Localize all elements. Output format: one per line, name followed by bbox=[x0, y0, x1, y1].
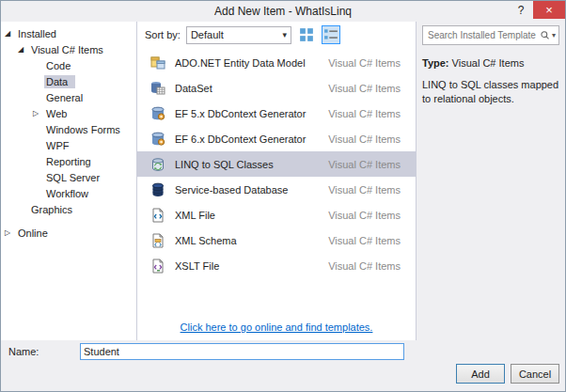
search-dropdown-arrow-icon[interactable]: ▾ bbox=[552, 31, 556, 39]
template-item-linq-to-sql-classes[interactable]: LINQ to SQL Classes Visual C# Items bbox=[137, 151, 416, 177]
expander-icon[interactable]: ◢ bbox=[18, 45, 29, 54]
medium-icons-icon bbox=[299, 27, 314, 42]
tree-item-label: Online bbox=[16, 227, 55, 240]
type-label: Type: bbox=[422, 57, 449, 69]
chevron-down-icon: ▾ bbox=[282, 30, 287, 39]
template-name: XML Schema bbox=[175, 235, 319, 246]
tree-item-installed[interactable]: ◢ Installed bbox=[1, 25, 136, 41]
tree-item-label: Windows Forms bbox=[44, 123, 128, 136]
template-type: Visual C# Items bbox=[328, 184, 406, 196]
template-name: EF 5.x DbContext Generator bbox=[175, 108, 319, 119]
expander-icon[interactable]: ▷ bbox=[33, 109, 44, 118]
tree-item-visual-csharp-items[interactable]: ◢ Visual C# Items bbox=[1, 41, 136, 57]
template-list: ADO.NET Entity Data Model Visual C# Item… bbox=[137, 48, 416, 318]
name-label: Name: bbox=[8, 346, 80, 357]
template-item-service-based-database[interactable]: Service-based Database Visual C# Items bbox=[137, 177, 416, 202]
sort-by-label: Sort by: bbox=[145, 29, 181, 40]
tree-item-label: Workflow bbox=[44, 187, 96, 200]
tree-item-code[interactable]: Code bbox=[1, 57, 136, 73]
type-value: Visual C# Items bbox=[452, 57, 525, 69]
tree-item-label: Installed bbox=[16, 27, 64, 40]
tree-item-workflow[interactable]: Workflow bbox=[1, 185, 136, 201]
name-row: Name: bbox=[1, 340, 565, 363]
template-name: Service-based Database bbox=[175, 184, 319, 196]
tree-item-graphics[interactable]: Graphics bbox=[1, 201, 136, 217]
sort-dropdown-value: Default bbox=[191, 29, 224, 40]
template-name: ADO.NET Entity Data Model bbox=[175, 57, 319, 69]
tree-item-data[interactable]: Data bbox=[1, 73, 136, 89]
tree-item-label: WPF bbox=[44, 139, 76, 152]
template-name: XSLT File bbox=[175, 260, 319, 272]
dialog-buttons: Add Cancel bbox=[1, 363, 565, 391]
help-button[interactable]: ? bbox=[509, 1, 533, 19]
xml-file-icon bbox=[150, 208, 165, 223]
online-templates-link[interactable]: Click here to go online and find templat… bbox=[181, 321, 373, 333]
sort-toolbar: Sort by: Default ▾ bbox=[137, 22, 416, 48]
tree-item-label: Visual C# Items bbox=[29, 43, 111, 56]
search-box[interactable]: ▾ bbox=[422, 25, 559, 45]
template-type: Visual C# Items bbox=[328, 235, 406, 246]
sort-dropdown[interactable]: Default ▾ bbox=[186, 26, 291, 44]
tree-item-label: Data bbox=[44, 75, 75, 88]
expander-icon[interactable]: ▷ bbox=[5, 228, 16, 237]
xslt-file-icon bbox=[150, 259, 165, 274]
search-input[interactable] bbox=[426, 29, 538, 41]
template-description: LINQ to SQL classes mapped to relational… bbox=[422, 78, 559, 106]
tree-item-windows-forms[interactable]: Windows Forms bbox=[1, 121, 136, 137]
online-link-row: Click here to go online and find templat… bbox=[137, 318, 416, 340]
tree-item-label: Code bbox=[44, 59, 78, 72]
search-icon[interactable] bbox=[540, 29, 550, 41]
close-button[interactable]: × bbox=[533, 1, 565, 19]
entity-data-model-icon bbox=[150, 55, 165, 71]
template-type: Visual C# Items bbox=[328, 260, 406, 272]
name-input[interactable] bbox=[80, 343, 404, 360]
template-type-line: Type: Visual C# Items bbox=[422, 56, 559, 71]
template-item-ef6-dbcontext-generator[interactable]: EF 6.x DbContext Generator Visual C# Ite… bbox=[137, 126, 416, 151]
tree-item-label: SQL Server bbox=[44, 171, 107, 184]
dialog-body: ◢ Installed ◢ Visual C# Items Code Data … bbox=[1, 22, 565, 340]
window-title: Add New Item - WhatIsLinq bbox=[1, 5, 565, 18]
template-type: Visual C# Items bbox=[328, 83, 406, 94]
titlebar[interactable]: Add New Item - WhatIsLinq ? × bbox=[1, 1, 565, 22]
template-name: DataSet bbox=[175, 83, 319, 94]
tree-item-sql-server[interactable]: SQL Server bbox=[1, 169, 136, 185]
tree-item-reporting[interactable]: Reporting bbox=[1, 153, 136, 169]
template-item-dataset[interactable]: DataSet Visual C# Items bbox=[137, 75, 416, 101]
template-item-xml-schema[interactable]: XML Schema Visual C# Items bbox=[137, 227, 416, 253]
template-item-ado-net-entity-data-model[interactable]: ADO.NET Entity Data Model Visual C# Item… bbox=[137, 50, 416, 75]
template-type: Visual C# Items bbox=[328, 133, 406, 145]
template-type: Visual C# Items bbox=[328, 210, 406, 221]
template-name: EF 6.x DbContext Generator bbox=[175, 133, 319, 145]
xml-schema-icon bbox=[150, 233, 165, 248]
tree-item-online[interactable]: ▷ Online bbox=[1, 225, 136, 241]
cancel-button[interactable]: Cancel bbox=[511, 364, 559, 384]
medium-icons-view-button[interactable] bbox=[297, 25, 316, 44]
tree-item-wpf[interactable]: WPF bbox=[1, 137, 136, 153]
info-panel: ▾ Type: Visual C# Items LINQ to SQL clas… bbox=[417, 22, 565, 340]
template-type: Visual C# Items bbox=[328, 159, 406, 170]
linq-to-sql-icon bbox=[150, 157, 165, 172]
service-database-icon bbox=[150, 182, 165, 197]
template-type: Visual C# Items bbox=[328, 57, 406, 69]
add-button[interactable]: Add bbox=[456, 364, 505, 384]
small-icons-view-button[interactable] bbox=[322, 25, 340, 44]
titlebar-buttons: ? × bbox=[509, 1, 565, 22]
template-item-xslt-file[interactable]: XSLT File Visual C# Items bbox=[137, 253, 416, 278]
tree-item-label: Reporting bbox=[44, 155, 99, 168]
template-type: Visual C# Items bbox=[328, 108, 406, 119]
tree-item-general[interactable]: General bbox=[1, 89, 136, 105]
dataset-icon bbox=[150, 81, 165, 96]
tree-item-web[interactable]: ▷ Web bbox=[1, 105, 136, 121]
tree-item-label: General bbox=[44, 91, 90, 104]
template-name: XML File bbox=[175, 210, 319, 221]
template-item-xml-file[interactable]: XML File Visual C# Items bbox=[137, 202, 416, 227]
tree-item-label: Graphics bbox=[29, 203, 80, 216]
ef6-dbcontext-icon bbox=[150, 132, 165, 147]
list-view-icon bbox=[323, 27, 338, 42]
tree-item-label: Web bbox=[44, 107, 74, 120]
template-item-ef5-dbcontext-generator[interactable]: EF 5.x DbContext Generator Visual C# Ite… bbox=[137, 101, 416, 126]
add-new-item-dialog: Add New Item - WhatIsLinq ? × ◢ Installe… bbox=[0, 0, 566, 392]
template-name: LINQ to SQL Classes bbox=[175, 159, 319, 170]
expander-icon[interactable]: ◢ bbox=[5, 29, 16, 38]
category-tree: ◢ Installed ◢ Visual C# Items Code Data … bbox=[1, 22, 137, 340]
